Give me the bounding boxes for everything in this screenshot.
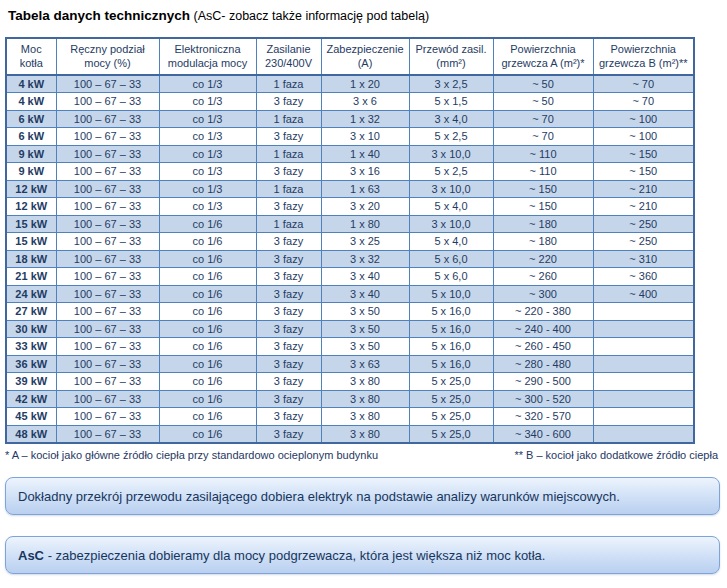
row-header-cell: 33 kW (6, 338, 56, 356)
row-header-cell: 9 kW (6, 163, 56, 181)
table-cell: 3 x 16 (321, 163, 409, 181)
row-header-cell: 21 kW (6, 268, 56, 286)
title-main: Tabela danych technicznych (8, 8, 190, 23)
table-cell: 100 – 67 – 33 (56, 408, 159, 426)
table-cell: 3 fazy (256, 355, 321, 373)
table-cell: 3 x 80 (321, 390, 409, 408)
table-row: 36 kW100 – 67 – 33co 1/63 fazy3 x 635 x … (6, 355, 694, 373)
table-cell: ~ 50 (493, 93, 593, 111)
table-cell: 3 fazy (256, 163, 321, 181)
table-row: 24 kW100 – 67 – 33co 1/63 fazy3 x 405 x … (6, 285, 694, 303)
table-cell: 100 – 67 – 33 (56, 338, 159, 356)
table-cell: 3 x 4,0 (409, 110, 493, 128)
table-cell (593, 373, 694, 391)
table-cell: 100 – 67 – 33 (56, 163, 159, 181)
table-cell: 100 – 67 – 33 (56, 268, 159, 286)
column-header: Elektroniczna modulacja mocy (159, 38, 256, 75)
table-row: 9 kW100 – 67 – 33co 1/31 faza1 x 403 x 1… (6, 145, 694, 163)
table-cell: 1 faza (256, 110, 321, 128)
table-row: 12 kW100 – 67 – 33co 1/31 faza1 x 633 x … (6, 180, 694, 198)
column-header: Zabezpieczenie (A) (321, 38, 409, 75)
table-row: 6 kW100 – 67 – 33co 1/31 faza1 x 323 x 4… (6, 110, 694, 128)
table-cell: 3 fazy (256, 408, 321, 426)
table-cell (593, 303, 694, 321)
table-row: 9 kW100 – 67 – 33co 1/33 fazy3 x 165 x 2… (6, 163, 694, 181)
table-cell: ~ 360 (593, 268, 694, 286)
table-cell: 5 x 25,0 (409, 373, 493, 391)
info-box-cable-cross-section: Dokładny przekrój przewodu zasilającego … (5, 477, 720, 515)
table-cell: ~ 70 (493, 110, 593, 128)
table-cell: co 1/3 (159, 93, 256, 111)
table-cell: co 1/3 (159, 145, 256, 163)
row-header-cell: 6 kW (6, 110, 56, 128)
table-cell: ~ 320 - 570 (493, 408, 593, 426)
technical-data-table: Moc kotłaRęczny podział mocy (%)Elektron… (5, 37, 695, 444)
row-header-cell: 18 kW (6, 250, 56, 268)
table-cell: ~ 310 (593, 250, 694, 268)
table-cell: 3 fazy (256, 390, 321, 408)
table-cell: 5 x 25,0 (409, 390, 493, 408)
column-header: Powierzchnia grzewcza B (m²)** (593, 38, 694, 75)
table-cell: 100 – 67 – 33 (56, 180, 159, 198)
table-cell: 100 – 67 – 33 (56, 303, 159, 321)
page-title: Tabela danych technicznych (AsC- zobacz … (8, 8, 722, 23)
table-cell: ~ 260 - 450 (493, 338, 593, 356)
column-header: Ręczny podział mocy (%) (56, 38, 159, 75)
table-cell: 100 – 67 – 33 (56, 425, 159, 443)
table-cell: 3 fazy (256, 425, 321, 443)
table-row: 27 kW100 – 67 – 33co 1/63 fazy3 x 505 x … (6, 303, 694, 321)
table-cell (593, 320, 694, 338)
table-cell: ~ 70 (593, 75, 694, 93)
table-cell: 100 – 67 – 33 (56, 233, 159, 251)
table-cell: 3 x 80 (321, 408, 409, 426)
table-cell: 3 x 50 (321, 338, 409, 356)
row-header-cell: 42 kW (6, 390, 56, 408)
table-cell: 5 x 6,0 (409, 268, 493, 286)
table-cell: ~ 70 (493, 128, 593, 146)
table-row: 48 kW100 – 67 – 33co 1/63 fazy3 x 805 x … (6, 425, 694, 443)
table-cell: 3 x 10,0 (409, 145, 493, 163)
table-cell: co 1/6 (159, 373, 256, 391)
table-cell: 3 x 2,5 (409, 75, 493, 93)
table-cell: 1 x 20 (321, 75, 409, 93)
row-header-cell: 24 kW (6, 285, 56, 303)
table-cell: ~ 70 (593, 93, 694, 111)
table-cell: ~ 150 (593, 145, 694, 163)
table-cell: co 1/6 (159, 320, 256, 338)
table-cell: 3 x 20 (321, 198, 409, 216)
table-row: 15 kW100 – 67 – 33co 1/63 fazy3 x 255 x … (6, 233, 694, 251)
table-cell: co 1/6 (159, 268, 256, 286)
column-header: Przewód zasil. (mm²) (409, 38, 493, 75)
table-header-row: Moc kotłaRęczny podział mocy (%)Elektron… (6, 38, 694, 75)
table-cell: 3 fazy (256, 268, 321, 286)
table-cell: co 1/6 (159, 425, 256, 443)
table-row: 6 kW100 – 67 – 33co 1/33 fazy3 x 105 x 2… (6, 128, 694, 146)
table-cell: 5 x 6,0 (409, 250, 493, 268)
table-cell: 5 x 10,0 (409, 285, 493, 303)
row-header-cell: 9 kW (6, 145, 56, 163)
table-cell: 5 x 16,0 (409, 355, 493, 373)
table-cell: ~ 250 (593, 233, 694, 251)
info-box-asc: AsC - zabezpieczenia dobieramy dla mocy … (5, 536, 720, 574)
table-cell: 3 x 10,0 (409, 215, 493, 233)
table-cell: 3 x 50 (321, 320, 409, 338)
table-cell: ~ 290 - 500 (493, 373, 593, 391)
table-row: 33 kW100 – 67 – 33co 1/63 fazy3 x 505 x … (6, 338, 694, 356)
table-cell: 3 fazy (256, 198, 321, 216)
table-row: 21 kW100 – 67 – 33co 1/63 fazy3 x 405 x … (6, 268, 694, 286)
table-cell: 5 x 4,0 (409, 233, 493, 251)
table-cell (593, 390, 694, 408)
table-cell: ~ 220 (493, 250, 593, 268)
row-header-cell: 12 kW (6, 198, 56, 216)
table-cell: 100 – 67 – 33 (56, 373, 159, 391)
table-cell: ~ 400 (593, 285, 694, 303)
info-box-asc-text: AsC - zabezpieczenia dobieramy dla mocy … (18, 548, 545, 563)
table-cell: ~ 240 - 400 (493, 320, 593, 338)
table-cell (593, 355, 694, 373)
row-header-cell: 48 kW (6, 425, 56, 443)
table-cell: ~ 110 (493, 145, 593, 163)
table-cell: 3 fazy (256, 128, 321, 146)
table-cell: co 1/6 (159, 355, 256, 373)
table-cell: 1 faza (256, 180, 321, 198)
row-header-cell: 45 kW (6, 408, 56, 426)
